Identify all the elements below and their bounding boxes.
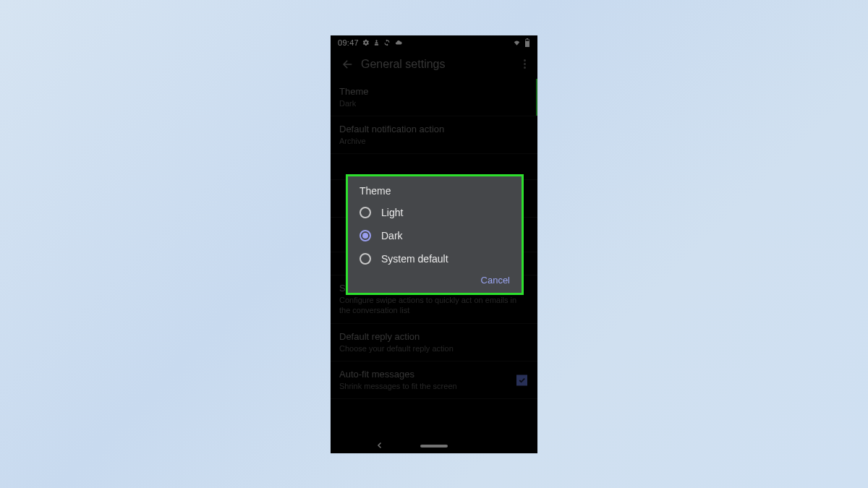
theme-dialog: Theme Light Dark System default Cancel [348, 176, 522, 293]
option-label: System default [381, 253, 448, 265]
option-label: Light [381, 207, 403, 218]
radio-icon [359, 230, 371, 241]
highlight-box: Theme Light Dark System default Cancel [346, 174, 524, 295]
radio-icon [359, 207, 371, 218]
radio-icon [359, 253, 371, 265]
theme-option-light[interactable]: Light [348, 201, 522, 224]
cancel-button[interactable]: Cancel [481, 275, 510, 286]
dialog-title: Theme [348, 184, 522, 201]
theme-option-dark[interactable]: Dark [348, 224, 522, 247]
theme-option-system[interactable]: System default [348, 247, 522, 270]
phone-frame: 09:47 General settings Theme Dark Defaul… [331, 35, 537, 453]
option-label: Dark [381, 230, 403, 241]
